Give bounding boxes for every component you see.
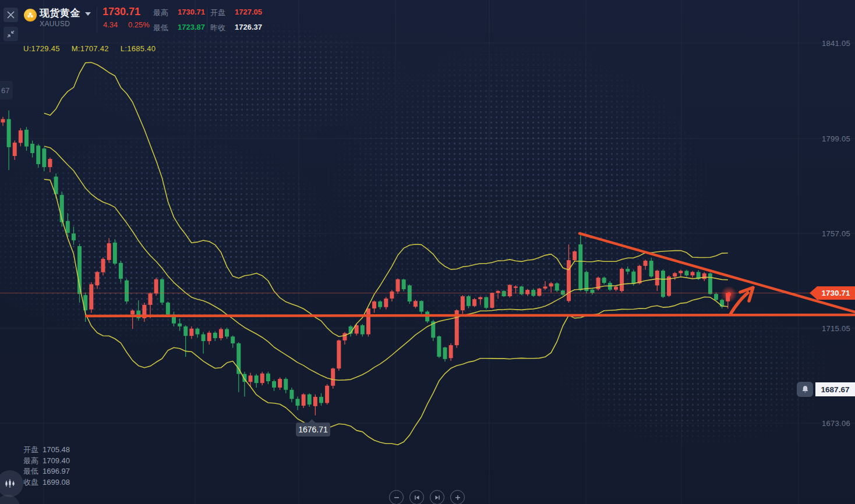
- trading-chart-window: 1841.05 1799.05 1757.05 1715.05 1673.06 …: [0, 0, 855, 504]
- candle: [702, 272, 706, 281]
- y-axis-label: 1841.05: [804, 39, 850, 48]
- candle: [113, 239, 117, 265]
- candle: [378, 300, 382, 310]
- candle: [573, 250, 577, 261]
- bollinger-lower: L:1685.40: [121, 44, 156, 53]
- skip-end-icon: [434, 494, 441, 501]
- y-axis-label: 1799.05: [804, 134, 850, 143]
- candle: [172, 312, 176, 326]
- low-price-value: 1676.71: [298, 425, 328, 434]
- candle: [242, 372, 246, 397]
- annotations-layer: [0, 233, 855, 316]
- candle: [531, 288, 535, 297]
- skip-to-end-button[interactable]: [430, 490, 444, 504]
- candle: [107, 238, 111, 263]
- candle: [289, 388, 294, 402]
- candlestick-chart[interactable]: [0, 0, 855, 504]
- support-trendline: [86, 315, 855, 316]
- candle: [308, 393, 312, 407]
- candle: [30, 141, 34, 158]
- candle: [213, 331, 217, 341]
- zoom-in-button[interactable]: [450, 490, 465, 504]
- bollinger-upper: U:1729.45: [23, 44, 60, 53]
- candle: [7, 111, 11, 170]
- candle: [679, 269, 683, 276]
- partial-axis-label: 67: [0, 81, 13, 100]
- candle: [691, 271, 695, 278]
- stats-column-2: 开盘1727.05 昨收1726.37: [210, 8, 262, 38]
- candle: [437, 335, 441, 358]
- price-dot: [727, 292, 731, 296]
- candle: [414, 300, 418, 308]
- candle: [443, 347, 447, 361]
- candle: [620, 268, 624, 293]
- change-value: 4.34: [103, 20, 118, 29]
- gold-coin-icon: [24, 9, 37, 22]
- candle: [372, 300, 376, 313]
- ohlc-label: 开盘: [23, 445, 38, 456]
- candle: [478, 296, 482, 304]
- candle: [48, 158, 52, 172]
- bollinger-bands: [44, 62, 728, 445]
- candle: [655, 269, 659, 291]
- minus-icon: [393, 494, 400, 501]
- ohlc-label: 最高: [23, 456, 38, 467]
- zoom-out-button[interactable]: [389, 490, 404, 504]
- candle: [302, 393, 306, 408]
- candle: [591, 289, 595, 294]
- candle: [183, 325, 188, 357]
- candle: [142, 303, 146, 322]
- candle: [549, 282, 553, 293]
- symbol-selector[interactable]: 现货黄金: [40, 6, 91, 20]
- stats-column-1: 最高1730.71 最低1723.87: [153, 8, 205, 38]
- candle: [225, 328, 229, 339]
- candle: [402, 279, 406, 291]
- candle: [284, 377, 288, 393]
- chart-zoom-toolbar: [389, 490, 471, 504]
- y-axis-label: 1715.05: [804, 324, 850, 333]
- candle: [13, 141, 17, 160]
- alert-price-label: 1687.67: [815, 382, 855, 396]
- candle: [644, 260, 648, 270]
- candle: [502, 290, 506, 297]
- candle: [42, 147, 46, 171]
- candle: [496, 290, 500, 299]
- candle: [178, 318, 182, 331]
- last-price: 1730.71: [103, 6, 140, 18]
- candle: [19, 128, 23, 146]
- stat-label: 最高: [153, 8, 172, 18]
- candle: [578, 235, 582, 291]
- ohlc-label: 收盘: [23, 477, 38, 488]
- candle: [614, 286, 618, 292]
- candle: [661, 269, 665, 298]
- candle: [408, 285, 412, 304]
- collapse-arrows-icon: [6, 30, 15, 38]
- price-alert-button[interactable]: [797, 382, 813, 397]
- skip-to-start-button[interactable]: [409, 490, 424, 504]
- candlestick-icon: [4, 478, 16, 489]
- candle: [260, 372, 264, 385]
- ohlc-value: 1699.08: [43, 477, 70, 488]
- stat-label: 昨收: [210, 23, 229, 33]
- candle: [396, 278, 400, 293]
- candle: [537, 288, 541, 297]
- close-button[interactable]: [3, 8, 18, 22]
- bollinger-readout: U:1729.45 M:1707.42 L:1685.40: [23, 44, 165, 53]
- stat-label: 开盘: [210, 8, 229, 18]
- candle: [24, 127, 29, 151]
- candle: [36, 144, 40, 168]
- candle: [313, 395, 317, 416]
- candle: [596, 276, 600, 290]
- candle: [555, 282, 559, 292]
- candle: [366, 308, 370, 337]
- collapse-button[interactable]: [3, 27, 18, 41]
- candle: [319, 393, 323, 406]
- y-axis-label: 1673.06: [804, 419, 850, 428]
- candle: [1, 117, 5, 126]
- candle: [584, 271, 588, 293]
- candle: [649, 258, 653, 278]
- candle: [461, 295, 465, 314]
- chevron-down-icon: [85, 12, 91, 16]
- candle: [202, 332, 206, 354]
- candle: [520, 286, 524, 295]
